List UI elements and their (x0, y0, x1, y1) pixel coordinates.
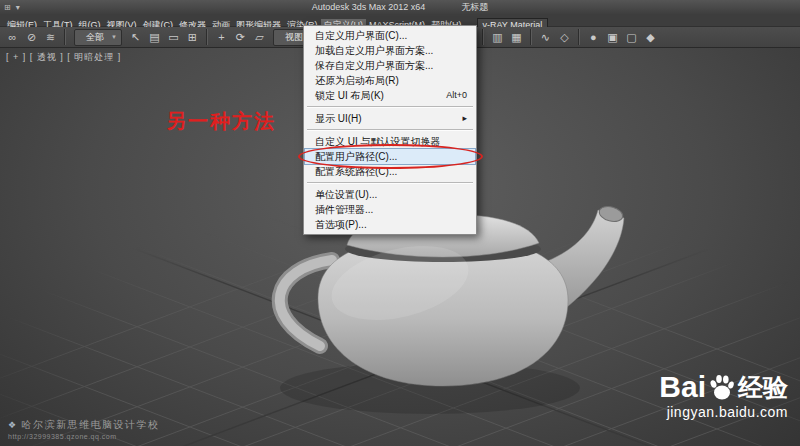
toolbar-cell (530, 29, 532, 45)
window-title: Autodesk 3ds Max 2012 x64 (312, 2, 426, 12)
baidu-url: jingyan.baidu.com (659, 404, 788, 420)
select-by-name-icon[interactable]: ▤ (146, 29, 163, 46)
rectangular-selection-icon[interactable]: ▭ (165, 29, 182, 46)
viewport-label[interactable]: [ + ] [ 透视 ] [ 明暗处理 ] (6, 51, 121, 64)
baidu-watermark: Bai 经验 jingyan.baidu.com (659, 373, 788, 420)
bind-to-space-warp-icon[interactable]: ≋ (42, 29, 59, 46)
menu-item (307, 182, 473, 184)
select-and-link-icon[interactable]: ∞ (4, 29, 21, 46)
toolbar-cell (482, 29, 484, 45)
select-object-icon[interactable]: ↖ (127, 29, 144, 46)
rendered-frame-window-icon[interactable]: ▢ (623, 29, 640, 46)
render-setup-icon[interactable]: ▣ (604, 29, 621, 46)
schematic-view-icon[interactable]: ◇ (556, 29, 573, 46)
document-title: 无标题 (461, 2, 488, 12)
customize-menu: 自定义用户界面(C)... 加载自定义用户界面方案... 保存自定义用户界面方案… (303, 25, 477, 235)
menu-item[interactable]: 首选项(P)... (305, 217, 475, 232)
school-name: 哈尔滨新思维电脑设计学校 (22, 418, 160, 432)
menu-item[interactable]: 单位设置(U)... (305, 187, 475, 202)
menu-item[interactable]: 加载自定义用户界面方案... (305, 43, 475, 58)
3dsmax-window: ⊞▾ Autodesk 3ds Max 2012 x64无标题 编辑(E)工具(… (0, 0, 800, 446)
menu-item[interactable]: 配置系统路径(C)... (305, 164, 475, 179)
layer-manager-icon[interactable]: ▥ (489, 29, 506, 46)
menu-item[interactable]: 保存自定义用户界面方案... (305, 58, 475, 73)
select-and-rotate-icon[interactable]: ⟳ (232, 29, 249, 46)
menu-item[interactable]: 自定义 UI 与默认设置切换器 (305, 134, 475, 149)
menu-item-configure-user-paths[interactable]: 配置用户路径(C)... (305, 149, 475, 164)
menu-item[interactable]: 插件管理器... (305, 202, 475, 217)
menu-item (307, 106, 473, 108)
window-crossing-icon[interactable]: ⊞ (184, 29, 201, 46)
school-url: http://32999385.qzone.qq.com (8, 433, 160, 440)
annotation-text: 另一种方法 (166, 108, 276, 135)
title-bar: ⊞▾ Autodesk 3ds Max 2012 x64无标题 (0, 0, 800, 15)
chevron-down-icon: ▼ (111, 34, 117, 40)
toolbar-cell (64, 29, 66, 45)
material-editor-icon[interactable]: ● (585, 29, 602, 46)
menu-item[interactable]: 显示 UI(H)▸ (305, 111, 475, 126)
ribbon-toggle-icon[interactable]: ▦ (508, 29, 525, 46)
curve-editor-icon[interactable]: ∿ (537, 29, 554, 46)
baidu-brand-latin: Bai (659, 373, 706, 401)
select-and-move-icon[interactable]: + (213, 29, 230, 46)
unlink-selection-icon[interactable]: ⊘ (23, 29, 40, 46)
menu-item[interactable]: 锁定 UI 布局(K)Alt+0 (305, 88, 475, 103)
school-logo-icon: ❖ (8, 420, 18, 430)
school-watermark: ❖ 哈尔滨新思维电脑设计学校 http://32999385.qzone.qq.… (8, 418, 160, 440)
menu-item (307, 129, 473, 131)
render-production-icon[interactable]: ◆ (642, 29, 659, 46)
toolbar-cell (206, 29, 208, 45)
selection-filter-dropdown[interactable]: 全部▼ (74, 29, 122, 46)
baidu-brand-cjk: 经验 (738, 374, 788, 401)
menu-item[interactable]: 还原为启动布局(R) (305, 73, 475, 88)
toolbar-cell (578, 29, 580, 45)
menu-item[interactable]: 自定义用户界面(C)... (305, 28, 475, 43)
baidu-paw-icon (709, 373, 735, 401)
select-and-scale-icon[interactable]: ▱ (251, 29, 268, 46)
